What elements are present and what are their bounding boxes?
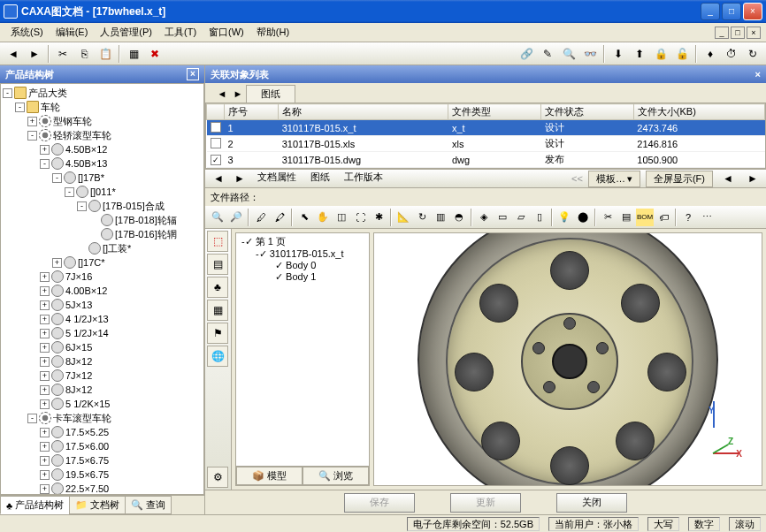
checkbox[interactable]: ✓ bbox=[275, 260, 283, 270]
vt-zoom-in-icon[interactable]: 🔍 bbox=[209, 209, 226, 226]
menu-item[interactable]: 窗口(W) bbox=[203, 24, 249, 41]
expand-icon[interactable]: + bbox=[40, 343, 50, 353]
tool-back-icon[interactable]: ◄ bbox=[4, 44, 23, 64]
vt-top-icon[interactable]: ▱ bbox=[512, 209, 530, 226]
vt-front-icon[interactable]: ▭ bbox=[494, 209, 511, 226]
tree-node[interactable]: +7J×16 bbox=[3, 270, 202, 284]
left-panel-close-icon[interactable]: × bbox=[187, 68, 199, 80]
vt-region-icon[interactable]: ◫ bbox=[333, 209, 350, 226]
expand-icon[interactable]: + bbox=[40, 272, 50, 282]
expand-icon[interactable]: + bbox=[40, 456, 50, 466]
expand-icon[interactable]: - bbox=[27, 414, 37, 423]
tool-paste-icon[interactable]: 📋 bbox=[96, 44, 115, 64]
row-checkbox[interactable] bbox=[211, 122, 221, 133]
model-tab-model[interactable]: 📦模型 bbox=[236, 467, 303, 485]
nav-scroll-right-icon[interactable]: ► bbox=[743, 169, 762, 188]
expand-icon[interactable]: - bbox=[77, 201, 87, 211]
tool-cancel-icon[interactable]: ✖ bbox=[145, 44, 165, 64]
tree-node[interactable]: +5 1/2J×14 bbox=[3, 326, 202, 340]
mdi-restore-button[interactable]: □ bbox=[731, 27, 745, 39]
vt-iso-icon[interactable]: ◈ bbox=[475, 209, 493, 226]
st-grid-icon[interactable]: ▦ bbox=[207, 300, 228, 321]
vt-fit-icon[interactable]: ⛶ bbox=[351, 209, 369, 226]
model-tab-browse[interactable]: 🔍浏览 bbox=[303, 467, 369, 485]
expand-icon[interactable]: + bbox=[52, 258, 62, 268]
tree-node[interactable]: +[]17C* bbox=[3, 255, 202, 270]
left-tab[interactable]: 📁文档树 bbox=[69, 496, 126, 514]
expand-icon[interactable]: - bbox=[65, 187, 74, 197]
vt-pan-icon[interactable]: ✋ bbox=[314, 209, 332, 226]
vt-section-icon[interactable]: ✂ bbox=[599, 209, 617, 226]
tool-time-icon[interactable]: ⏱ bbox=[722, 44, 741, 64]
tree-node[interactable]: []工装* bbox=[3, 241, 202, 255]
mdi-minimize-button[interactable]: _ bbox=[715, 27, 729, 39]
vt-rotate-icon[interactable]: ↻ bbox=[413, 209, 431, 226]
checkbox[interactable]: ✓ bbox=[259, 248, 267, 259]
minimize-button[interactable]: _ bbox=[701, 3, 720, 20]
tool-binoculars-icon[interactable]: 👓 bbox=[580, 44, 600, 64]
tree-node[interactable]: +4.50B×12 bbox=[3, 142, 202, 156]
menu-item[interactable]: 人员管理(P) bbox=[95, 24, 157, 41]
st-config-icon[interactable]: ⚙ bbox=[207, 467, 228, 488]
product-tree[interactable]: -产品大类-车轮+型钢车轮-轻轿滚型车轮+4.50B×12-4.50B×13-[… bbox=[0, 83, 204, 495]
col-header[interactable]: 序号 bbox=[225, 104, 279, 120]
vt-side-icon[interactable]: ▯ bbox=[531, 209, 548, 226]
row-checkbox[interactable] bbox=[211, 138, 221, 148]
tab-drawing[interactable]: 图纸 bbox=[246, 85, 295, 103]
save-button[interactable]: 保存 bbox=[344, 493, 415, 513]
expand-icon[interactable]: + bbox=[40, 484, 50, 494]
col-header[interactable]: 名称 bbox=[279, 104, 448, 120]
vt-bom-icon[interactable]: BOM bbox=[636, 209, 654, 226]
expand-icon[interactable]: + bbox=[40, 357, 50, 367]
st-layers-icon[interactable]: ▤ bbox=[207, 254, 228, 275]
tool-checkout-icon[interactable]: ⬆ bbox=[630, 44, 649, 64]
st-flag-icon[interactable]: ⚑ bbox=[207, 323, 228, 344]
tree-node[interactable]: -[]011* bbox=[3, 185, 202, 199]
tree-node[interactable]: [17B-018]轮辐 bbox=[3, 213, 202, 227]
expand-icon[interactable]: + bbox=[27, 117, 37, 126]
expand-icon[interactable]: + bbox=[40, 329, 50, 338]
vt-more-icon[interactable]: ⋯ bbox=[698, 209, 716, 226]
close-button[interactable]: 关闭 bbox=[556, 493, 627, 513]
expand-icon[interactable]: + bbox=[40, 399, 50, 409]
left-tab[interactable]: ♣产品结构树 bbox=[0, 496, 70, 514]
expand-icon[interactable]: + bbox=[40, 428, 50, 437]
vt-light-icon[interactable]: 💡 bbox=[555, 209, 573, 226]
axes-gizmo[interactable]: X Y Z bbox=[682, 406, 744, 467]
tree-node[interactable]: +8J×12 bbox=[3, 383, 202, 397]
tab-scroll-left-icon[interactable]: ◄ bbox=[216, 88, 228, 101]
tool-attach-icon[interactable]: 🔗 bbox=[517, 44, 536, 64]
tool-unlock-icon[interactable]: 🔓 bbox=[672, 44, 692, 64]
tree-node[interactable]: +6J×15 bbox=[3, 340, 202, 354]
tool-grid-icon[interactable]: ▦ bbox=[124, 44, 143, 64]
tool-checkin-icon[interactable]: ⬇ bbox=[609, 44, 628, 64]
tree-node[interactable]: -[17B-015]合成 bbox=[3, 199, 202, 213]
template-button[interactable]: 模板…▾ bbox=[588, 171, 640, 187]
menu-item[interactable]: 编辑(E) bbox=[50, 24, 94, 41]
menu-item[interactable]: 系统(S) bbox=[5, 24, 49, 41]
file-table[interactable]: 序号名称文件类型文件状态文件大小(KB) 1310117B-015.x_tx_t… bbox=[205, 103, 766, 169]
nav-prev-icon[interactable]: << bbox=[571, 173, 583, 184]
table-row[interactable]: 1310117B-015.x_tx_t设计2473.746 bbox=[207, 120, 765, 136]
nav-back-icon[interactable]: ◄ bbox=[209, 169, 228, 188]
tree-node[interactable]: +8J×12 bbox=[3, 354, 202, 369]
tree-node[interactable]: +型钢车轮 bbox=[3, 114, 202, 128]
vt-render-icon[interactable]: ⬤ bbox=[574, 209, 592, 226]
vt-layers-icon[interactable]: ▤ bbox=[617, 209, 635, 226]
st-cube-icon[interactable]: ⬚ bbox=[207, 231, 228, 252]
navtab-props[interactable]: 文档属性 bbox=[251, 169, 303, 188]
vt-help-icon[interactable]: ? bbox=[679, 209, 697, 226]
tree-node[interactable]: +4.00B×12 bbox=[3, 284, 202, 298]
tool-copy-icon[interactable]: ⎘ bbox=[74, 44, 94, 64]
expand-icon[interactable]: - bbox=[3, 88, 12, 98]
expand-icon[interactable]: - bbox=[15, 103, 25, 112]
tool-edit-icon[interactable]: ✎ bbox=[538, 44, 557, 64]
menu-item[interactable]: 工具(T) bbox=[159, 24, 202, 41]
tab-scroll-right-icon[interactable]: ► bbox=[232, 88, 244, 101]
vt-measure-icon[interactable]: 📐 bbox=[394, 209, 412, 226]
tool-refresh-icon[interactable]: ↻ bbox=[743, 44, 762, 64]
mdi-close-button[interactable]: × bbox=[747, 27, 761, 39]
tool-cut-icon[interactable]: ✂ bbox=[53, 44, 73, 64]
vt-tag-icon[interactable]: 🏷 bbox=[655, 209, 672, 226]
vt-select-icon[interactable]: ⬉ bbox=[295, 209, 313, 226]
